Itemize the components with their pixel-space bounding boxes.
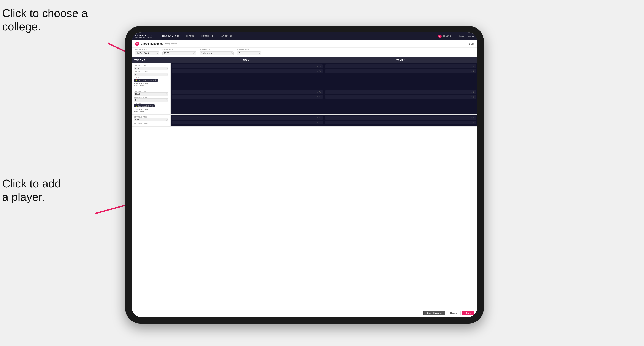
player-remove-btn[interactable]: × xyxy=(317,70,318,72)
row-3-controls: STARTING TIME: STARTING HOLE: xyxy=(132,115,170,126)
player-remove-btn[interactable]: × xyxy=(317,121,318,124)
player-row[interactable]: × ⇅ xyxy=(326,69,476,73)
starting-time-field: STARTING TIME: xyxy=(134,116,168,121)
player-remove-btn[interactable]: × xyxy=(317,65,318,67)
course-tag[interactable]: ⛳ East Lake GC × ⇅ xyxy=(134,104,155,107)
player-row[interactable]: × ⇅ xyxy=(172,95,323,99)
starting-time-wrap xyxy=(134,118,168,121)
player-remove-btn[interactable]: × xyxy=(470,65,472,67)
player-edit-btn[interactable]: ⇅ xyxy=(472,117,474,119)
course-add-btn[interactable]: ⇅ xyxy=(152,105,153,107)
sub-header: C Clippd Invitational (Men) Hosting ‹ Ba… xyxy=(132,40,477,48)
sign-out-link[interactable]: Sign out xyxy=(458,35,465,37)
row-actions: ⊖ Remove Group + Add Group xyxy=(134,83,168,87)
row-2-controls: STARTING TIME: STARTING HOLE: xyxy=(132,89,170,114)
player-row: × ⇅ xyxy=(172,116,323,120)
player-edit-btn[interactable]: ⇅ xyxy=(319,117,321,119)
row-actions: ⊖ Remove Group + Add Group xyxy=(134,108,168,112)
nav-tab-rankings[interactable]: RANKINGS xyxy=(216,32,235,40)
player-remove-btn[interactable]: × xyxy=(470,117,472,119)
start-time-input[interactable] xyxy=(162,51,196,55)
table-row: STARTING TIME: STARTING HOLE: × xyxy=(132,115,477,127)
course-add-btn[interactable]: ⇅ xyxy=(155,79,156,81)
starting-time-input[interactable] xyxy=(134,67,168,70)
course-name: (A) Peachtree GC xyxy=(138,79,152,81)
player-edit-btn[interactable]: ⇅ xyxy=(319,121,321,124)
hosting-label: Hosting xyxy=(170,43,177,45)
player-row-actions: × ⇅ xyxy=(317,121,321,124)
intervals-input[interactable] xyxy=(200,51,234,55)
sign-out-text[interactable]: Sign out xyxy=(467,35,474,37)
nav-tab-tournaments[interactable]: TOURNAMENTS xyxy=(159,32,183,40)
row-1-team1-cell: × ⇅ × ⇅ xyxy=(170,63,324,89)
player-remove-btn[interactable]: × xyxy=(317,91,318,93)
course-label: COURSE: xyxy=(134,77,168,79)
user-avatar: B xyxy=(438,34,442,38)
nav-tab-teams[interactable]: TEAMS xyxy=(183,32,197,40)
back-button[interactable]: ‹ Back xyxy=(468,43,474,45)
start-time-group: Start Time xyxy=(162,49,196,55)
row-3-team2-cell: × ⇅ × ⇅ xyxy=(324,115,477,126)
group-size-group: Group Size 3 xyxy=(237,49,261,55)
remove-group-link[interactable]: ⊖ Remove Group xyxy=(134,83,168,85)
player-edit-btn[interactable]: ⇅ xyxy=(472,121,474,124)
starting-hole-input[interactable] xyxy=(134,98,168,102)
player-row-actions: × ⇅ xyxy=(470,65,474,67)
row-1-team2-cell: × ⇅ × ⇅ xyxy=(324,63,477,89)
row-2-team2-cell: × ⇅ × ⇅ xyxy=(324,89,477,114)
course-remove-btn[interactable]: × xyxy=(153,79,154,81)
tablet-frame: SCOREBOARD Powered by clippd TOURNAMENTS… xyxy=(125,26,484,324)
player-row: × ⇅ xyxy=(326,116,476,120)
player-row-actions: × ⇅ xyxy=(317,96,321,98)
player-remove-btn[interactable]: × xyxy=(470,91,472,93)
player-edit-btn[interactable]: ⇅ xyxy=(319,70,321,72)
add-group-link[interactable]: + Add Group xyxy=(134,110,168,112)
nav-user-area: B blair@clippd.io Sign out Sign out xyxy=(438,34,474,38)
starting-time-field: STARTING TIME: xyxy=(134,91,168,96)
start-type-select[interactable]: 1st Tee Start xyxy=(135,51,159,55)
tournament-title: Clippd Invitational xyxy=(141,42,163,45)
player-row-actions: × ⇅ xyxy=(317,117,321,119)
starting-time-input[interactable] xyxy=(134,118,168,121)
remove-group-link[interactable]: ⊖ Remove Group xyxy=(134,108,168,110)
player-edit-btn[interactable]: ⇅ xyxy=(319,96,321,98)
player-edit-btn[interactable]: ⇅ xyxy=(472,96,474,98)
player-row-actions: × ⇅ xyxy=(317,65,321,67)
save-button[interactable]: Save xyxy=(462,311,474,315)
starting-time-label: STARTING TIME: xyxy=(134,116,168,118)
course-label: COURSE: xyxy=(134,103,168,104)
nav-tab-committee[interactable]: COMMITTEE xyxy=(197,32,217,40)
course-remove-btn[interactable]: × xyxy=(150,105,151,107)
player-row[interactable]: × ⇅ xyxy=(172,69,323,73)
player-remove-btn[interactable]: × xyxy=(470,96,472,98)
starting-time-label: STARTING TIME: xyxy=(134,91,168,92)
group-size-select[interactable]: 3 xyxy=(237,51,261,55)
player-edit-btn[interactable]: ⇅ xyxy=(319,91,321,93)
player-remove-btn[interactable]: × xyxy=(470,121,472,124)
player-row[interactable]: × ⇅ xyxy=(326,121,476,125)
player-edit-btn[interactable]: ⇅ xyxy=(319,65,321,67)
player-edit-btn[interactable]: ⇅ xyxy=(472,70,474,72)
row-2-team1-cell: × ⇅ × ⇅ xyxy=(170,89,324,114)
add-group-link[interactable]: + Add Group xyxy=(134,85,168,87)
group-size-select-wrap: 3 xyxy=(237,51,261,55)
starting-hole-input[interactable] xyxy=(134,73,168,76)
player-row[interactable]: × ⇅ xyxy=(326,95,476,99)
player-remove-btn[interactable]: × xyxy=(317,117,318,119)
starting-hole-field: STARTING HOLE: xyxy=(134,97,168,102)
intervals-label: Intervals xyxy=(200,49,234,51)
starting-time-input[interactable] xyxy=(134,92,168,96)
course-tag[interactable]: ⛳ (A) Peachtree GC × ⇅ xyxy=(134,79,158,82)
player-edit-btn[interactable]: ⇅ xyxy=(472,65,474,67)
annotation-choose-college: Click to choose a college. xyxy=(2,6,88,33)
player-row[interactable]: × ⇅ xyxy=(172,121,323,125)
player-row-actions: × ⇅ xyxy=(470,91,474,93)
reset-changes-button[interactable]: Reset Changes xyxy=(423,311,445,315)
player-remove-btn[interactable]: × xyxy=(470,70,472,72)
table-row: STARTING TIME: STARTING HOLE: xyxy=(132,89,477,115)
player-edit-btn[interactable]: ⇅ xyxy=(472,91,474,93)
starting-hole-field: STARTING HOLE: xyxy=(134,122,168,124)
player-row: × ⇅ xyxy=(326,90,476,94)
cancel-button[interactable]: Cancel xyxy=(447,311,461,315)
player-remove-btn[interactable]: × xyxy=(317,96,318,98)
